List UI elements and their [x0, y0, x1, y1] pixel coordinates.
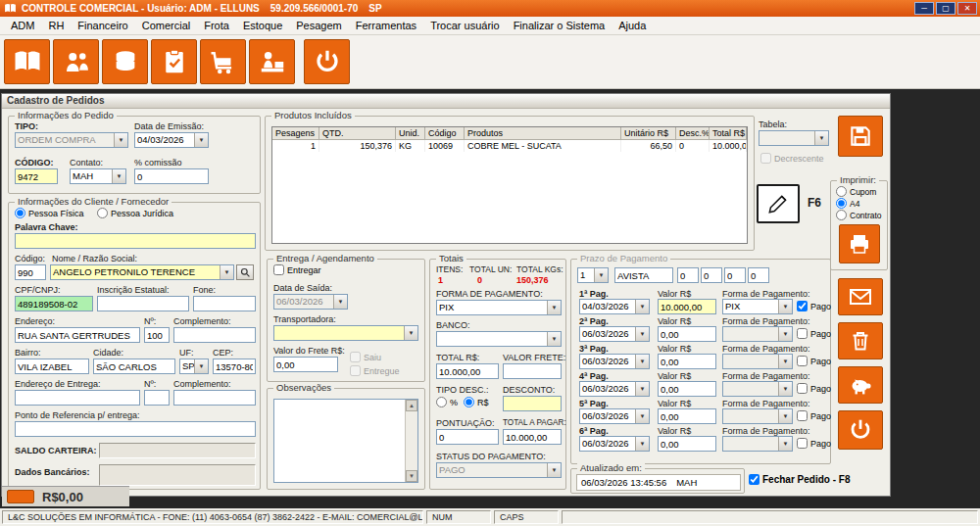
delete-button[interactable]	[838, 322, 883, 359]
complemento-entrega-input[interactable]	[173, 390, 256, 406]
close-button[interactable]: ✕	[957, 2, 977, 15]
cep-input[interactable]	[213, 359, 256, 374]
pag3-valor-input[interactable]	[658, 354, 716, 369]
pag5-pago-checkbox-input[interactable]	[797, 410, 808, 421]
menu-rh[interactable]: RH	[41, 18, 71, 33]
menu-ferramentas[interactable]: Ferramentas	[349, 18, 423, 33]
zero-input-3[interactable]	[724, 267, 746, 283]
pag2-date-combo[interactable]: 06/03/2026▼	[579, 326, 650, 342]
endereco-entrega-input[interactable]	[15, 390, 140, 406]
entregue-checkbox[interactable]: Entregue	[350, 365, 400, 376]
banco-combo[interactable]: ▼	[436, 331, 562, 347]
pag1-pago-checkbox-input[interactable]	[797, 301, 808, 311]
pag1-valor-input[interactable]	[658, 299, 716, 314]
pag2-pago-checkbox[interactable]: Pago	[797, 328, 831, 339]
pessoa-fisica-radio-input[interactable]	[15, 208, 25, 218]
fone-input[interactable]	[193, 296, 256, 311]
pag6-date-combo[interactable]: 06/03/2026▼	[579, 436, 650, 452]
pag4-valor-input[interactable]	[658, 381, 716, 397]
toolbar-button-power[interactable]	[304, 39, 350, 84]
pag5-valor-input[interactable]	[658, 408, 716, 424]
toolbar-button-clipboard[interactable]	[151, 39, 197, 84]
fechar-pedido-checkbox[interactable]: Fechar Pedido - F8	[749, 474, 850, 485]
pag6-valor-input[interactable]	[658, 436, 716, 452]
menu-pesagem[interactable]: Pesagem	[289, 18, 348, 33]
print-cupom-radio-input[interactable]	[836, 186, 847, 197]
inscricao-input[interactable]	[97, 296, 189, 311]
entregar-checkbox[interactable]: Entregar	[273, 264, 321, 275]
pag1-date-combo[interactable]: 04/03/2026▼	[579, 299, 650, 314]
pag2-valor-input[interactable]	[658, 326, 716, 342]
entregue-checkbox-input[interactable]	[350, 365, 361, 376]
product-row[interactable]: 1 150,376 KG 10069 COBRE MEL - SUCATA 66…	[272, 140, 747, 152]
toolbar-button-book[interactable]	[4, 39, 50, 84]
menu-comercial[interactable]: Comercial	[135, 18, 198, 33]
comissao-input[interactable]	[134, 168, 209, 184]
decrescente-checkbox[interactable]: Decrescente	[760, 153, 824, 164]
maximize-button[interactable]: ▢	[936, 2, 956, 15]
codigo-cliente-input[interactable]	[15, 264, 46, 280]
tipo-combo[interactable]: ORDEM COMPRA▼	[15, 132, 128, 148]
desc-percent-radio-input[interactable]	[436, 397, 447, 407]
email-button[interactable]	[838, 278, 883, 315]
forma-pagamento-combo[interactable]: PIX▼	[436, 300, 562, 315]
edit-item-button[interactable]	[757, 184, 800, 223]
palavra-chave-input[interactable]	[15, 233, 256, 249]
toolbar-button-users[interactable]	[53, 39, 99, 84]
menu-frota[interactable]: Frota	[197, 18, 236, 33]
toolbar-button-attendant[interactable]	[249, 39, 295, 84]
total-pagar-input[interactable]	[503, 429, 562, 445]
avista-input[interactable]	[614, 267, 673, 283]
pessoa-juridica-radio-input[interactable]	[97, 208, 108, 218]
pag4-forma-combo[interactable]: ▼	[722, 381, 793, 397]
notes-scrollbar[interactable]: ▲ ▼	[405, 400, 417, 482]
pag6-pago-checkbox-input[interactable]	[797, 438, 808, 449]
pag3-date-combo[interactable]: 06/03/2026▼	[579, 354, 650, 369]
total-rs-input[interactable]	[436, 363, 499, 379]
pessoa-fisica-radio[interactable]: Pessoa Física	[15, 208, 84, 218]
pag3-forma-combo[interactable]: ▼	[722, 354, 793, 369]
contato-combo[interactable]: MAH▼	[70, 168, 126, 184]
desc-percent-radio[interactable]: %	[436, 397, 458, 407]
menu-ajuda[interactable]: Ajuda	[612, 18, 653, 33]
entregar-checkbox-input[interactable]	[273, 264, 284, 275]
data-saida-combo[interactable]: 06/03/2026▼	[273, 294, 348, 310]
pag5-forma-combo[interactable]: ▼	[722, 408, 793, 424]
data-emissao-combo[interactable]: 04/03/2026▼	[134, 132, 209, 148]
numero-entrega-input[interactable]	[144, 390, 170, 406]
print-contrato-radio[interactable]: Contrato	[836, 210, 882, 220]
numero-input[interactable]	[144, 327, 170, 343]
menu-adm[interactable]: ADM	[4, 18, 41, 33]
save-button[interactable]	[838, 116, 883, 157]
frete-input[interactable]	[273, 357, 338, 372]
pag1-forma-combo[interactable]: PIX▼	[722, 299, 793, 314]
desconto-input[interactable]	[503, 396, 562, 411]
toolbar-button-money[interactable]	[102, 39, 148, 84]
valor-frete-input[interactable]	[503, 363, 562, 379]
print-cupom-radio[interactable]: Cupom	[836, 186, 876, 197]
pontuacao-input[interactable]	[436, 429, 499, 445]
transportadora-combo[interactable]: ▼	[273, 325, 418, 341]
exit-button[interactable]	[838, 410, 883, 450]
search-client-button[interactable]	[236, 264, 254, 280]
zero-input-1[interactable]	[677, 267, 699, 283]
saiu-checkbox-input[interactable]	[350, 352, 361, 362]
print-button[interactable]	[839, 224, 880, 263]
pag4-pago-checkbox[interactable]: Pago	[797, 383, 831, 394]
pag6-pago-checkbox[interactable]: Pago	[797, 438, 831, 449]
uf-combo[interactable]: SP▼	[179, 359, 209, 374]
pag4-pago-checkbox-input[interactable]	[797, 383, 808, 394]
menu-financeiro[interactable]: Financeiro	[71, 18, 134, 33]
menu-trocar-usuario[interactable]: Trocar usuário	[423, 18, 507, 33]
menu-estoque[interactable]: Estoque	[236, 18, 289, 33]
toolbar-button-scale[interactable]	[200, 39, 246, 84]
zero-input-4[interactable]	[748, 267, 769, 283]
codigo-pedido-input[interactable]	[15, 168, 58, 184]
pag2-pago-checkbox-input[interactable]	[797, 328, 808, 339]
pag4-date-combo[interactable]: 06/03/2026▼	[579, 381, 650, 397]
pag3-pago-checkbox[interactable]: Pago	[797, 356, 831, 366]
pag5-date-combo[interactable]: 06/03/2026▼	[579, 408, 650, 424]
cidade-input[interactable]	[93, 359, 175, 374]
decrescente-checkbox-input[interactable]	[760, 153, 771, 164]
pessoa-juridica-radio[interactable]: Pessoa Jurídica	[97, 208, 173, 218]
